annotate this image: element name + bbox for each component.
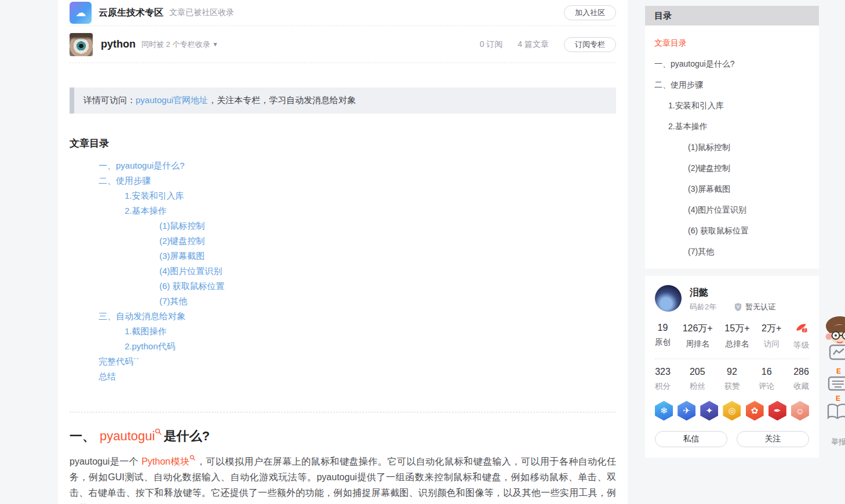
new-feature-badge: E [836,395,840,403]
toc-link[interactable]: 完整代码`` [99,356,139,366]
stat-favorites[interactable]: 286 收藏 [793,367,809,392]
profile-meta: 码龄2年 V 暂无认证 [690,302,809,312]
toc-link[interactable]: (6) 获取鼠标位置 [159,281,225,291]
chart-tool-icon[interactable] [829,344,845,364]
stat-original[interactable]: 19 原创 [655,323,671,350]
keyboard-tool-icon[interactable] [828,375,845,394]
sidebar-toc-item[interactable]: 2.基本操作 [654,116,810,137]
toc-link[interactable]: (4)图片位置识别 [159,266,222,276]
private-message-button[interactable]: 私信 [655,431,727,447]
stat-points[interactable]: 323 积分 [655,367,671,392]
shield-v-icon: V [734,302,742,312]
article-heading: 一、pyautogui是什么? [70,428,616,445]
stat-visits[interactable]: 2万+ 访问 [762,323,781,350]
toc-link[interactable]: 三、自动发消息给对象 [99,311,185,321]
toc-item: (7)其他 [70,294,616,309]
community-row: ☁ 云原生技术专区 文章已被社区收录 加入社区 [70,0,616,26]
heading-keyword[interactable]: pyautogui [100,429,155,443]
toc-link[interactable]: 2.python代码 [125,341,176,351]
toc-item: (6) 获取鼠标位置 [70,279,616,294]
badge-monkey-icon[interactable]: ☺ [791,401,809,421]
subscribe-column-button[interactable]: 订阅专栏 [564,37,616,52]
subscribe-count: 0 订阅 [480,39,503,50]
article-toc: 文章目录 一、pyautogui是什么? 二、使用步骤 1.安装和引入库 2.基… [70,137,616,384]
stat-level[interactable]: 2 等级 [793,323,809,350]
chevron-down-icon[interactable]: ▼ [212,41,218,48]
author-avatar[interactable] [655,285,682,312]
toc-item: (4)图片位置识别 [70,264,616,279]
sidebar-toc-item[interactable]: (2)键盘控制 [654,158,810,178]
toc-link[interactable]: 总结 [99,371,116,381]
profile-info: 泪懿 码龄2年 V 暂无认证 [690,285,809,312]
article-paragraph: pyautogui是一个 Python模块，可以模拟用户在屏幕上的鼠标和键盘操作… [70,454,616,504]
stat-fans[interactable]: 205 粉丝 [690,367,705,392]
toc-link[interactable]: (1)鼠标控制 [159,221,205,231]
toc-item: 一、pyautogui是什么? [70,158,616,173]
column-name[interactable]: python [101,38,136,50]
article-main-card: ☁ 云原生技术专区 文章已被社区收录 加入社区 python 同时被 2 个专栏… [58,0,628,504]
quote-suffix: ，关注本专栏，学习自动发消息给对象 [208,95,356,105]
cert-label: 暂无认证 [745,302,775,312]
sidebar-toc-item[interactable]: (1)鼠标控制 [654,137,810,158]
profile-header: 泪懿 码龄2年 V 暂无认证 [655,285,809,312]
community-title[interactable]: 云原生技术专区 [99,7,163,19]
column-avatar[interactable] [70,33,93,56]
badge-iceberg-icon[interactable]: ❄ [655,401,673,421]
toc-item: 三、自动发消息给对象 [70,309,616,324]
badge-target-icon[interactable]: ◎ [723,401,741,421]
toc-link[interactable]: 2.基本操作 [125,206,167,216]
toc-item: 二、使用步骤 [70,173,616,188]
follow-button[interactable]: 关注 [737,431,809,447]
heading-prefix: 一、 [70,429,95,443]
para-prefix: pyautogui是一个 [70,456,141,466]
column-meta[interactable]: 同时被 2 个专栏收录 [141,39,210,50]
sidebar-toc-item[interactable]: (3)屏幕截图 [654,178,810,199]
toc-item: 完整代码`` [70,354,616,369]
join-community-button[interactable]: 加入社区 [564,5,616,20]
stat-total-rank[interactable]: 15万+ 总排名 [724,323,749,350]
report-link[interactable]: 举报 [831,437,845,447]
badge-paper-plane-icon[interactable]: ✈ [678,401,695,421]
search-keyword-icon[interactable] [155,428,162,436]
sidebar-toc-item[interactable]: 一、pyautogui是什么? [654,53,810,74]
stat-comments[interactable]: 16 评论 [759,367,774,392]
article-toc-title: 文章目录 [70,137,616,150]
sidebar-toc-item[interactable]: (4)图片位置识别 [654,199,810,220]
toc-link[interactable]: (7)其他 [159,296,187,306]
toc-item: 1.安装和引入库 [70,188,616,203]
sidebar-toc-item[interactable]: (6) 获取鼠标位置 [654,220,810,241]
author-name[interactable]: 泪懿 [690,287,809,299]
toc-link[interactable]: 一、pyautogui是什么? [99,160,184,170]
toc-link[interactable]: (3)屏幕截图 [159,251,205,261]
heading-suffix: 是什么? [163,429,209,443]
sidebar-toc-item[interactable]: (7)其他 [654,241,810,262]
badge-pen-nib-icon[interactable]: ✒ [768,401,786,421]
article-quote-block: 详情可访问：pyautogui官网地址，关注本专栏，学习自动发消息给对象 [70,87,616,114]
dotted-divider [655,359,809,359]
toc-link[interactable]: (2)键盘控制 [159,236,205,246]
badge-fox-book-icon[interactable]: ✿ [746,401,764,421]
toc-link[interactable]: 1.截图操作 [125,326,167,336]
toc-link[interactable]: 1.安装和引入库 [125,191,184,200]
stat-week-rank[interactable]: 126万+ 周排名 [683,323,713,350]
toc-link[interactable]: 二、使用步骤 [99,176,151,185]
book-tool-icon[interactable] [826,403,845,423]
search-keyword-icon[interactable] [190,455,196,461]
python-module-link[interactable]: Python模块 [141,456,190,466]
column-row: python 同时被 2 个专栏收录 ▼ 0 订阅 4 篇文章 订阅专栏 [70,26,616,63]
code-age: 码龄2年 [690,302,716,312]
toc-item: (2)键盘控制 [70,233,616,249]
badge-rocket-icon[interactable]: ✦ [700,401,718,421]
pyautogui-site-link[interactable]: pyautogui官网地址 [136,95,208,105]
article-count: 4 篇文章 [518,39,549,50]
level-feather-icon: 2 [793,323,809,336]
sidebar-toc-item[interactable]: 1.安装和引入库 [654,95,810,116]
community-k8s-icon[interactable]: ☁ [70,2,92,24]
medal-badges-row: ❄ ✈ ✦ ◎ ✿ ✒ ☺ [655,401,809,421]
stat-likes[interactable]: 92 获赞 [724,367,740,392]
directory-list: 文章目录 一、pyautogui是什么? 二、使用步骤 1.安装和引入库 2.基… [645,25,819,262]
sidebar-toc-item[interactable]: 二、使用步骤 [654,74,810,95]
toc-item: 总结 [70,369,616,384]
toc-item: (3)屏幕截图 [70,249,616,264]
sidebar-toc-item-active[interactable]: 文章目录 [654,32,810,53]
